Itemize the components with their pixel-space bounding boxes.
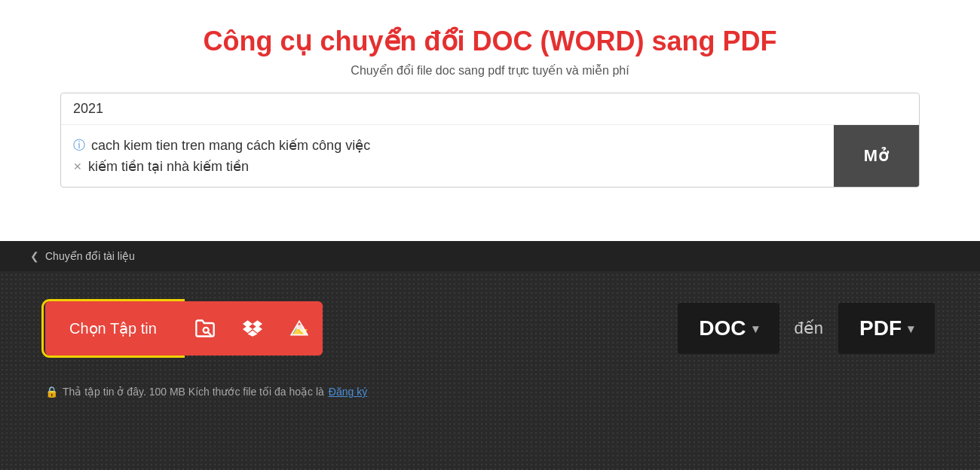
page-subtitle: Chuyển đổi file doc sang pdf trực tuyến … bbox=[30, 63, 950, 78]
google-drive-button[interactable] bbox=[276, 302, 323, 355]
footer-text: 🔒 Thả tập tin ở đây. 100 MB Kích thước f… bbox=[0, 386, 980, 398]
svg-point-0 bbox=[204, 328, 209, 333]
to-format-button[interactable]: PDF ▾ bbox=[838, 303, 935, 354]
svg-line-1 bbox=[209, 333, 211, 335]
chevron-down-icon-2: ▾ bbox=[908, 322, 914, 336]
search-row: ⓘ cach kiem tien tren mang cách kiếm côn… bbox=[61, 125, 919, 187]
lock-icon: 🔒 bbox=[45, 386, 58, 398]
search-suggestion-1: ⓘ cach kiem tien tren mang cách kiếm côn… bbox=[73, 137, 822, 154]
from-format-label: DOC bbox=[699, 316, 746, 340]
search-input-area: ⓘ cach kiem tien tren mang cách kiếm côn… bbox=[61, 125, 834, 187]
breadcrumb-bar: ❮ Chuyển đổi tài liệu bbox=[0, 241, 980, 271]
close-icon: ✕ bbox=[73, 160, 82, 172]
footer-description: Thả tập tin ở đây. 100 MB Kích thước fil… bbox=[63, 386, 324, 398]
from-format-button[interactable]: DOC ▾ bbox=[678, 303, 779, 354]
suggestion-2-text: kiếm tiền tại nhà kiếm tiền bbox=[88, 158, 249, 175]
search-suggestion-2: ✕ kiếm tiền tại nhà kiếm tiền bbox=[73, 158, 822, 175]
search-year: 2021 bbox=[61, 93, 919, 125]
dropbox-button[interactable] bbox=[229, 302, 276, 355]
to-format-label: PDF bbox=[859, 316, 902, 340]
suggestion-1-text: cach kiem tien tren mang cách kiếm công … bbox=[91, 137, 370, 154]
file-select-group: Chọn Tập tin bbox=[45, 301, 323, 356]
converter-area: Chọn Tập tin bbox=[0, 271, 980, 386]
between-text: đến bbox=[779, 319, 838, 338]
search-container: 2021 ⓘ cach kiem tien tren mang cách kiế… bbox=[60, 93, 920, 188]
choose-file-button[interactable]: Chọn Tập tin bbox=[45, 303, 181, 354]
chevron-left-icon: ❮ bbox=[30, 250, 39, 262]
signup-link[interactable]: Đăng ký bbox=[329, 386, 367, 398]
info-icon: ⓘ bbox=[73, 138, 85, 154]
folder-search-icon bbox=[194, 318, 216, 339]
chevron-down-icon: ▾ bbox=[752, 322, 758, 336]
page-title: Công cụ chuyển đổi DOC (WORD) sang PDF bbox=[30, 18, 950, 57]
google-drive-icon bbox=[289, 319, 309, 338]
dropbox-icon bbox=[243, 319, 262, 338]
breadcrumb-text: Chuyển đổi tài liệu bbox=[45, 250, 135, 262]
format-group: DOC ▾ đến PDF ▾ bbox=[678, 303, 935, 354]
bottom-section: ❮ Chuyển đổi tài liệu Chọn Tập tin bbox=[0, 241, 980, 470]
folder-search-button[interactable] bbox=[181, 301, 229, 356]
mo-button[interactable]: Mở bbox=[834, 125, 919, 187]
top-section: Công cụ chuyển đổi DOC (WORD) sang PDF C… bbox=[0, 0, 980, 241]
